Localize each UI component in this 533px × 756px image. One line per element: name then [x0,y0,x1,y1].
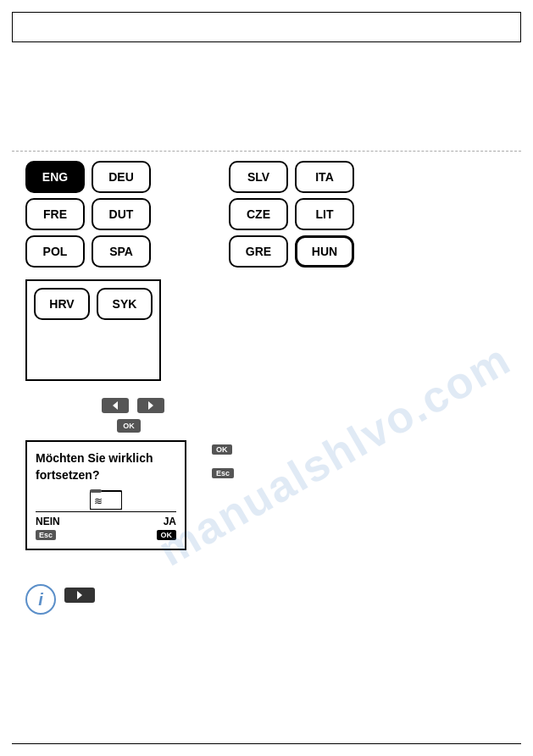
lang-btn-ita[interactable]: ITA [295,161,354,193]
lang-btn-syk[interactable]: SYK [97,288,153,320]
dialog-folder-icon: ≋ [89,485,123,510]
lang-btn-fre[interactable]: FRE [25,198,85,230]
info-arrow-button[interactable] [64,588,95,603]
lang-btn-spa[interactable]: SPA [92,235,151,268]
info-section: i [25,584,102,615]
lang-row-2: FRE DUT [25,198,151,230]
arrow-left-button[interactable] [102,398,129,413]
info-icon: i [25,584,56,615]
lang-btn-lit[interactable]: LIT [295,198,354,230]
lang-group-right: SLV ITA CZE LIT GRE HUN [229,161,354,268]
ok-button-nav[interactable]: OK [117,419,141,433]
lang-row-1: ENG DEU [25,161,151,193]
lang-btn-pol[interactable]: POL [25,235,85,268]
nav-arrows-area [102,398,164,413]
svg-marker-0 [113,401,118,410]
dialog-text: Möchten Sie wirklich fortsetzen? [36,450,176,483]
lang-btn-cze[interactable]: CZE [229,198,288,230]
lang-group-bottom-box: HRV SYK [25,279,161,381]
lang-btn-dut[interactable]: DUT [92,198,151,230]
svg-marker-5 [77,591,82,599]
svg-marker-1 [148,401,153,410]
arrow-left-icon [109,400,121,411]
lang-row-right-1: SLV ITA [229,161,354,193]
lang-group-left: ENG DEU FRE DUT POL SPA [25,161,151,268]
lang-row-3: POL SPA [25,235,151,268]
lang-btn-slv[interactable]: SLV [229,161,288,193]
dialog-ok-badge[interactable]: OK [157,530,177,540]
esc-instruction-badge[interactable]: Esc [212,468,234,478]
instruction-row-esc: Esc [212,468,234,478]
lang-row-right-3: GRE HUN [229,235,354,268]
lang-btn-gre[interactable]: GRE [229,235,288,268]
dialog-box: Möchten Sie wirklich fortsetzen? ≋ NEIN … [25,440,186,550]
instruction-row-ok: OK [212,444,234,455]
lang-row-bottom-1: HRV SYK [34,288,153,320]
instruction-area: OK Esc [212,444,234,478]
svg-text:≋: ≋ [94,495,103,507]
dashed-separator [12,151,521,152]
dialog-ja-area: JA OK [157,516,177,540]
lang-btn-hrv[interactable]: HRV [34,288,90,320]
lang-row-right-2: CZE LIT [229,198,354,230]
arrow-right-button[interactable] [137,398,164,413]
lang-btn-deu[interactable]: DEU [92,161,151,193]
dialog-footer: NEIN Esc JA OK [36,511,176,540]
info-arrow-icon [74,590,86,600]
lang-btn-hun[interactable]: HUN [295,235,354,268]
top-border-box [12,12,521,42]
dialog-esc-badge[interactable]: Esc [36,530,56,540]
bottom-border-line [12,743,521,744]
dialog-nein-label: NEIN [36,516,60,527]
dialog-nein-area: NEIN Esc [36,516,60,540]
svg-rect-3 [90,489,102,493]
ok-instruction-badge[interactable]: OK [212,444,232,455]
dialog-ja-label: JA [157,516,177,527]
arrow-right-icon [145,400,157,411]
lang-btn-eng[interactable]: ENG [25,161,85,193]
